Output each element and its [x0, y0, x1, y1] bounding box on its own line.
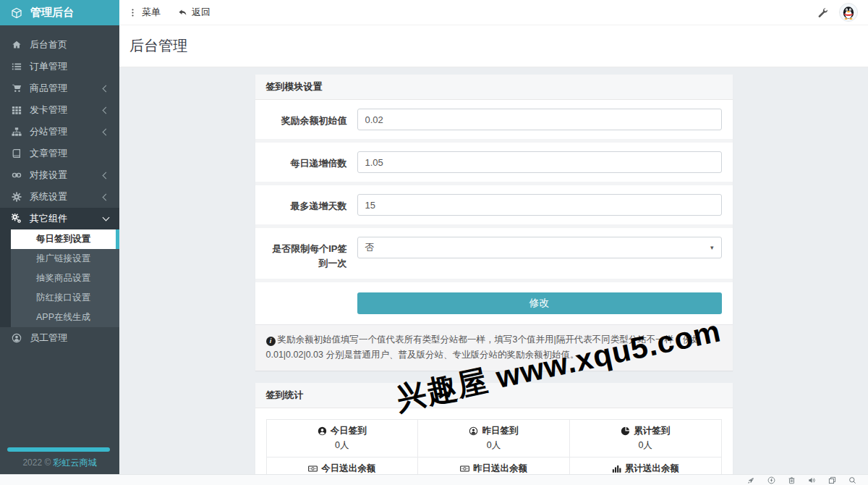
cart-icon: [11, 83, 22, 94]
browser-statusbar: [0, 474, 868, 485]
back-button[interactable]: 返回: [169, 0, 219, 25]
save-button[interactable]: 修改: [357, 292, 722, 314]
sidebar-item-home[interactable]: 后台首页: [0, 34, 119, 56]
sidebar-item-system[interactable]: 系统设置: [0, 186, 119, 208]
money-icon: [460, 464, 469, 473]
stat-cell-total-balance: 累计送出余额 0元: [569, 457, 721, 474]
pie-chart-icon: [621, 426, 630, 436]
ip-limit-select[interactable]: 否 ▾: [357, 237, 722, 258]
stat-label-text: 累计送出余额: [625, 463, 679, 475]
flash-circle-icon[interactable]: [767, 476, 775, 484]
qq-penguin-avatar[interactable]: [839, 3, 858, 22]
form-row-daily-multiplier: 每日递增倍数: [255, 143, 733, 182]
submenu-item-label: 每日签到设置: [36, 233, 90, 245]
speaker-icon[interactable]: [808, 476, 816, 484]
user-circle-icon: [318, 426, 327, 436]
wrench-icon[interactable]: [817, 7, 827, 17]
main-content: 签到模块设置 奖励余额初始值 每日递增倍数 最多递增天数 是否限制每个IP签到一…: [119, 67, 868, 474]
submenu-item-daily-signin[interactable]: 每日签到设置: [11, 229, 119, 249]
select-value: 否: [365, 241, 375, 254]
stat-cell-total-signin: 累计签到 0人: [569, 419, 721, 457]
footer-brand-link[interactable]: 彩虹云商城: [54, 457, 97, 468]
submenu-item-label: APP在线生成: [36, 311, 90, 324]
form-row-max-days: 最多递增天数: [255, 185, 733, 224]
form-row-initial-balance: 奖励余额初始值: [255, 100, 733, 139]
sidebar-item-label: 商品管理: [30, 82, 103, 95]
sidebar-item-products[interactable]: 商品管理: [0, 77, 119, 99]
field-label: 最多递增天数: [266, 194, 347, 216]
initial-balance-input[interactable]: [357, 109, 722, 130]
sidebar-item-substations[interactable]: 分站管理: [0, 121, 119, 143]
sidebar-item-articles[interactable]: 文章管理: [0, 143, 119, 164]
button-spacer: [266, 292, 357, 314]
sidebar-item-api[interactable]: 对接设置: [0, 164, 119, 186]
stat-cell-yesterday-balance: 昨日送出余额 0元: [418, 457, 570, 474]
chevron-down-icon: [103, 214, 110, 222]
field-label: 每日递增倍数: [266, 151, 347, 173]
chevron-left-icon: [103, 106, 110, 114]
field-label: 是否限制每个IP签到一次: [266, 237, 347, 270]
window-icon[interactable]: [828, 476, 836, 484]
search-icon[interactable]: [848, 476, 856, 484]
submenu-item-promo-link[interactable]: 推广链接设置: [11, 249, 119, 269]
sidebar-submenu: 每日签到设置 推广链接设置 抽奖商品设置 防红接口设置 APP在线生成: [0, 229, 119, 327]
trash-icon[interactable]: [788, 476, 796, 484]
settings-note: i奖励余额初始值填写一个值代表所有类型分站都一样，填写3个值并用|隔开代表不同类…: [255, 324, 733, 371]
navbar-right: [817, 3, 868, 22]
submenu-item-app-gen[interactable]: APP在线生成: [11, 308, 119, 327]
stat-cell-today-balance: 今日送出余额 0元: [266, 457, 418, 474]
chevron-left-icon: [103, 128, 110, 135]
sidebar-scrollbar[interactable]: [7, 447, 110, 452]
max-days-input[interactable]: [357, 194, 722, 216]
submenu-item-antired[interactable]: 防红接口设置: [11, 288, 119, 308]
sitemap-icon: [11, 127, 22, 138]
cube-icon: [11, 7, 22, 19]
ellipsis-vertical-icon: [128, 8, 137, 17]
user-circle-outline-icon: [469, 426, 478, 436]
panel-title: 签到模块设置: [255, 75, 733, 100]
daily-multiplier-input[interactable]: [357, 151, 722, 173]
panel-title: 签到统计: [255, 383, 733, 408]
signin-stats-panel: 签到统计 今日签到 0人 昨日签到 0人 累计签到 0人: [255, 383, 733, 475]
menu-toggle-button[interactable]: 菜单: [119, 0, 169, 25]
sidebar: 管理后台 后台首页 订单管理 商品管理 发卡管理: [0, 0, 119, 474]
book-icon: [11, 148, 22, 159]
chevron-left-icon: [103, 85, 110, 92]
sidebar-item-label: 其它组件: [30, 212, 103, 225]
sidebar-item-label: 发卡管理: [30, 104, 103, 117]
sidebar-item-label: 文章管理: [30, 147, 109, 160]
submenu-item-label: 推广链接设置: [36, 253, 90, 265]
user-icon: [11, 333, 22, 344]
page-header: 后台管理: [119, 25, 868, 67]
sidebar-item-label: 订单管理: [30, 60, 109, 73]
rocket-icon[interactable]: [747, 476, 755, 484]
submenu-item-label: 抽奖商品设置: [36, 272, 90, 284]
home-icon: [11, 40, 22, 51]
stats-table: 今日签到 0人 昨日签到 0人 累计签到 0人 今日送出余额 0: [266, 419, 722, 475]
sidebar-item-label: 对接设置: [30, 169, 103, 182]
grid-icon: [11, 105, 22, 116]
stats-row: 今日送出余额 0元 昨日送出余额 0元 累计送出余额 0元: [266, 457, 721, 474]
sidebar-item-label: 分站管理: [30, 125, 103, 138]
gears-icon: [11, 214, 22, 224]
sidebar-nav: 后台首页 订单管理 商品管理 发卡管理 分站管理: [0, 25, 119, 349]
stat-label-text: 昨日送出余额: [473, 463, 527, 475]
note-text: 奖励余额初始值填写一个值代表所有类型分站都一样，填写3个值并用|隔开代表不同类型…: [266, 334, 701, 360]
sidebar-item-staff[interactable]: 员工管理: [0, 327, 119, 349]
sidebar-item-orders[interactable]: 订单管理: [0, 56, 119, 77]
stats-row: 今日签到 0人 昨日签到 0人 累计签到 0人: [266, 419, 721, 457]
sidebar-item-components[interactable]: 其它组件: [0, 208, 119, 229]
link-icon: [11, 170, 22, 181]
submenu-item-lottery[interactable]: 抽奖商品设置: [11, 269, 119, 288]
sidebar-item-cards[interactable]: 发卡管理: [0, 99, 119, 121]
stat-label-text: 今日送出余额: [321, 463, 375, 475]
brand-header[interactable]: 管理后台: [0, 0, 119, 25]
submit-row: 修改: [255, 282, 733, 324]
field-label: 奖励余额初始值: [266, 109, 347, 130]
reply-arrow-icon: [178, 8, 187, 17]
admin-app: 管理后台 后台首页 订单管理 商品管理 发卡管理: [0, 0, 868, 485]
sidebar-footer: 2022 © 彩虹云商城: [0, 457, 119, 469]
sidebar-item-label: 员工管理: [30, 332, 109, 345]
back-label: 返回: [192, 6, 210, 19]
sidebar-item-label: 后台首页: [30, 38, 109, 51]
